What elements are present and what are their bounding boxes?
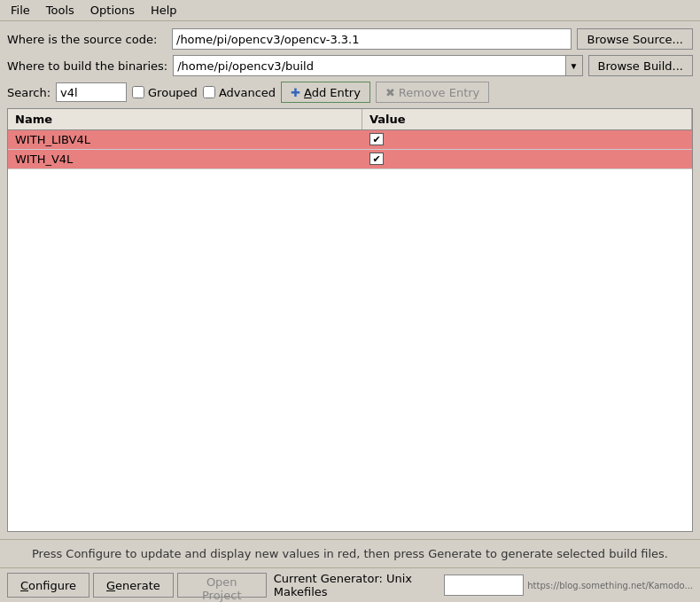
value-checkbox: ✔	[369, 152, 384, 165]
grouped-checkbox[interactable]	[132, 86, 144, 98]
add-entry-button[interactable]: ✚ Add Entry	[281, 82, 370, 103]
row-value: ✔	[362, 150, 692, 168]
row-name: WITH_LIBV4L	[8, 130, 362, 149]
menu-options[interactable]: Options	[83, 2, 142, 19]
bottom-bar: Configure Generate Open Project Current …	[0, 567, 700, 602]
menu-file-label: File	[11, 4, 30, 17]
name-column-header: Name	[8, 109, 362, 129]
value-checkbox: ✔	[369, 133, 384, 145]
row-name: WITH_V4L	[8, 150, 362, 168]
menu-help[interactable]: Help	[144, 2, 184, 19]
advanced-checkbox-label[interactable]: Advanced	[203, 86, 276, 99]
value-column-header: Value	[362, 109, 692, 129]
remove-entry-button[interactable]: ✖ Remove Entry	[376, 82, 489, 103]
source-row: Where is the source code: Browse Source.…	[7, 28, 693, 50]
build-input[interactable]	[173, 55, 564, 76]
table-row[interactable]: WITH_V4L ✔	[8, 150, 692, 169]
configure-label: Configure	[20, 579, 76, 592]
add-suffix: dd Entry	[312, 86, 361, 99]
plus-icon: ✚	[291, 86, 300, 99]
search-row: Search: Grouped Advanced ✚ Add Entry ✖ R…	[7, 82, 693, 103]
browse-source-button[interactable]: Browse Source...	[577, 28, 693, 50]
remove-entry-label: Remove Entry	[399, 86, 479, 99]
build-row: Where to build the binaries: ▼ Browse Bu…	[7, 55, 693, 76]
url-text: https://blog.something.net/Kamodo...	[527, 581, 693, 590]
advanced-checkbox[interactable]	[203, 86, 215, 98]
configure-button[interactable]: Configure	[7, 573, 89, 598]
build-label: Where to build the binaries:	[7, 59, 167, 73]
entries-table: Name Value WITH_LIBV4L ✔ WITH_V4L ✔	[7, 108, 693, 532]
menu-file[interactable]: File	[4, 2, 37, 19]
grouped-label: Grouped	[148, 86, 198, 99]
status-bar: Press Configure to update and display ne…	[0, 539, 700, 567]
browse-build-button[interactable]: Browse Build...	[588, 55, 694, 76]
row-value: ✔	[362, 130, 692, 149]
menubar: File Tools Options Help	[0, 0, 700, 21]
x-icon: ✖	[385, 86, 395, 99]
add-entry-label: Add Entry	[304, 86, 361, 99]
chevron-down-icon: ▼	[570, 61, 579, 71]
build-input-container: ▼	[173, 55, 582, 76]
generator-label: Current Generator: Unix Makefiles	[274, 572, 441, 598]
search-input[interactable]	[56, 82, 127, 102]
cmake-window: File Tools Options Help Where is the sou…	[0, 0, 700, 602]
grouped-checkbox-label[interactable]: Grouped	[132, 86, 198, 99]
menu-tools-label: Tools	[46, 4, 74, 17]
table-row[interactable]: WITH_LIBV4L ✔	[8, 130, 692, 150]
advanced-label: Advanced	[219, 86, 276, 99]
menu-options-label: Options	[90, 4, 135, 17]
source-input[interactable]	[172, 28, 572, 50]
menu-tools[interactable]: Tools	[39, 2, 82, 19]
generator-input[interactable]	[444, 575, 524, 596]
generate-button[interactable]: Generate	[93, 573, 174, 598]
menu-help-label: Help	[151, 4, 177, 17]
source-label: Where is the source code:	[7, 33, 167, 46]
main-content: Where is the source code: Browse Source.…	[0, 21, 700, 539]
table-header: Name Value	[8, 109, 692, 130]
search-label: Search:	[7, 86, 51, 99]
build-dropdown-button[interactable]: ▼	[565, 55, 583, 76]
open-project-label: Open Project	[202, 575, 241, 602]
open-project-button: Open Project	[177, 573, 267, 598]
status-text: Press Configure to update and display ne…	[32, 547, 668, 560]
generate-label: Generate	[106, 579, 160, 592]
